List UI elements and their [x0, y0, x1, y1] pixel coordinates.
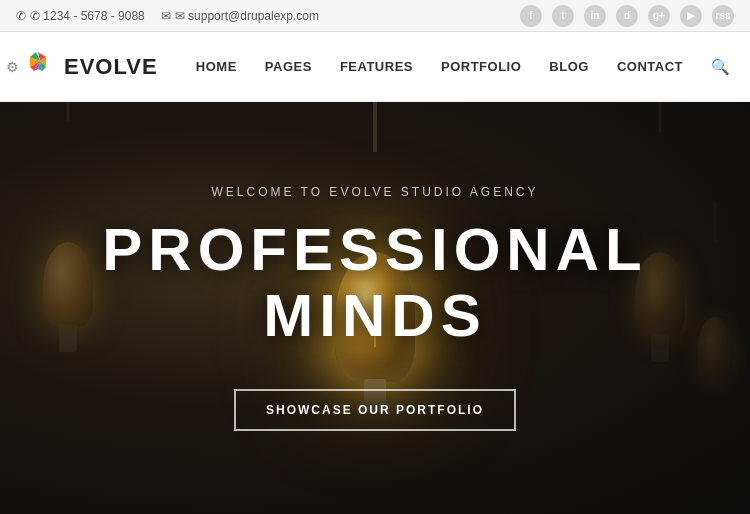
phone-icon: ✆ — [16, 9, 26, 23]
contact-info: ✆ ✆ 1234 - 5678 - 9088 ✉ ✉ support@drupa… — [16, 9, 319, 23]
nav-pages[interactable]: PAGES — [265, 59, 312, 74]
navbar: ⚙ EVOLVE HOME PAGES FEATURES PORTFOLIO B… — [0, 32, 750, 102]
youtube-icon[interactable]: ▶ — [680, 5, 702, 27]
hero-title: PROFESSIONAL MINDS — [0, 217, 750, 349]
email-icon: ✉ — [161, 9, 171, 23]
hero-content: WELCOME TO EVOLVE STUDIO AGENCY PROFESSI… — [0, 185, 750, 431]
rss-icon[interactable]: rss — [712, 5, 734, 27]
nav-features[interactable]: FEATURES — [340, 59, 413, 74]
nav-home[interactable]: HOME — [196, 59, 237, 74]
top-bar: ✆ ✆ 1234 - 5678 - 9088 ✉ ✉ support@drupa… — [0, 0, 750, 32]
email-address: ✉ support@drupalexp.com — [175, 9, 319, 23]
hero-subtitle: WELCOME TO EVOLVE STUDIO AGENCY — [0, 185, 750, 199]
email-info: ✉ ✉ support@drupalexp.com — [161, 9, 319, 23]
showcase-portfolio-button[interactable]: SHOWCASE OUR PORTFOLIO — [234, 389, 516, 431]
nav-portfolio[interactable]: PORTFOLIO — [441, 59, 521, 74]
search-icon[interactable]: 🔍 — [711, 58, 730, 76]
linkedin-icon[interactable]: in — [584, 5, 606, 27]
twitter-icon[interactable]: t — [552, 5, 574, 27]
logo-text: EVOLVE — [64, 54, 158, 80]
phone-number: ✆ 1234 - 5678 - 9088 — [30, 9, 145, 23]
gear-icon[interactable]: ⚙ — [6, 59, 19, 75]
social-icons: f t in d g+ ▶ rss — [520, 5, 734, 27]
hero-section: WELCOME TO EVOLVE STUDIO AGENCY PROFESSI… — [0, 102, 750, 514]
nav-blog[interactable]: BLOG — [549, 59, 589, 74]
nav-menu: HOME PAGES FEATURES PORTFOLIO BLOG CONTA… — [196, 58, 730, 76]
google-plus-icon[interactable]: g+ — [648, 5, 670, 27]
dribbble-icon[interactable]: d — [616, 5, 638, 27]
phone-info: ✆ ✆ 1234 - 5678 - 9088 — [16, 9, 145, 23]
logo[interactable]: EVOLVE — [20, 49, 158, 85]
logo-star-icon — [20, 49, 56, 85]
nav-contact[interactable]: CONTACT — [617, 59, 683, 74]
facebook-icon[interactable]: f — [520, 5, 542, 27]
